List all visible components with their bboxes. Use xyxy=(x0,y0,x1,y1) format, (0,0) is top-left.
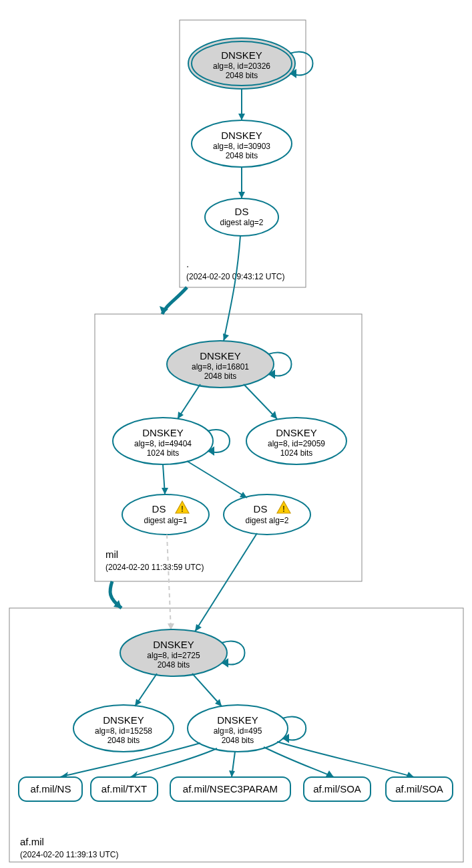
svg-marker-37 xyxy=(162,488,168,494)
node-root-ksk[interactable]: DNSKEY alg=8, id=20326 2048 bits xyxy=(188,38,295,89)
zone-mil-label: mil xyxy=(105,549,118,560)
svg-text:2048 bits: 2048 bits xyxy=(222,736,254,745)
svg-marker-16 xyxy=(223,333,229,341)
svg-text:DS: DS xyxy=(235,206,249,217)
svg-text:digest alg=2: digest alg=2 xyxy=(220,218,263,227)
svg-text:DNSKEY: DNSKEY xyxy=(153,639,194,650)
node-mil-ds2[interactable]: DS digest alg=2 ! xyxy=(224,494,310,535)
svg-text:alg=8, id=2725: alg=8, id=2725 xyxy=(147,651,200,660)
svg-text:af.mil/SOA: af.mil/SOA xyxy=(395,783,443,794)
edge-milds1-afksk xyxy=(167,535,171,630)
svg-text:af.mil/NSEC3PARAM: af.mil/NSEC3PARAM xyxy=(183,783,278,794)
svg-marker-42 xyxy=(240,492,247,498)
svg-text:alg=8, id=29059: alg=8, id=29059 xyxy=(268,439,325,448)
svg-text:DNSKEY: DNSKEY xyxy=(276,427,317,438)
edge-milzsk1-ds2 xyxy=(187,461,247,498)
zone-mil-time: (2024-02-20 11:38:59 UTC) xyxy=(105,563,204,572)
rrset-soa1[interactable]: af.mil/SOA xyxy=(304,777,371,801)
svg-marker-55 xyxy=(135,699,142,706)
svg-text:digest alg=1: digest alg=1 xyxy=(144,516,187,525)
zone-root-label: . xyxy=(186,258,189,269)
svg-text:2048 bits: 2048 bits xyxy=(226,71,258,80)
svg-text:af.mil/SOA: af.mil/SOA xyxy=(313,783,361,794)
edge-afzsk2-soa1 xyxy=(264,747,334,777)
svg-text:!: ! xyxy=(181,504,184,514)
rrset-txt[interactable]: af.mil/TXT xyxy=(91,777,158,801)
edge-milksk-zsk2 xyxy=(244,384,277,419)
rrset-nsec3param[interactable]: af.mil/NSEC3PARAM xyxy=(170,777,290,801)
svg-text:alg=8, id=49404: alg=8, id=49404 xyxy=(134,439,192,448)
svg-text:alg=8, id=30903: alg=8, id=30903 xyxy=(213,142,270,151)
svg-text:DNSKEY: DNSKEY xyxy=(142,427,184,438)
svg-text:alg=8, id=20326: alg=8, id=20326 xyxy=(213,61,270,71)
zone-afmil-time: (2024-02-20 11:39:13 UTC) xyxy=(20,850,118,859)
node-mil-zsk1[interactable]: DNSKEY alg=8, id=49404 1024 bits xyxy=(113,418,213,464)
edge-afzsk2-soa2 xyxy=(277,742,414,777)
edge-afzsk2-txt xyxy=(130,748,217,777)
svg-text:af.mil/NS: af.mil/NS xyxy=(31,783,71,794)
svg-text:2048 bits: 2048 bits xyxy=(158,660,190,670)
svg-text:1024 bits: 1024 bits xyxy=(147,448,180,458)
svg-text:alg=8, id=15258: alg=8, id=15258 xyxy=(95,726,152,736)
svg-text:2048 bits: 2048 bits xyxy=(107,736,140,745)
svg-text:DNSKEY: DNSKEY xyxy=(221,49,262,61)
svg-marker-74 xyxy=(229,770,235,777)
svg-text:af.mil/TXT: af.mil/TXT xyxy=(101,783,147,794)
svg-text:DS: DS xyxy=(152,503,166,515)
svg-text:1024 bits: 1024 bits xyxy=(280,448,313,458)
node-root-ds[interactable]: DS digest alg=2 xyxy=(205,198,278,236)
svg-text:DNSKEY: DNSKEY xyxy=(221,130,262,141)
svg-point-11 xyxy=(205,198,278,236)
zone-afmil-label: af.mil xyxy=(20,836,44,847)
svg-text:2048 bits: 2048 bits xyxy=(204,372,237,381)
edge-milds2-afksk xyxy=(195,533,257,631)
svg-marker-73 xyxy=(130,771,138,777)
svg-point-38 xyxy=(224,494,310,535)
svg-text:DNSKEY: DNSKEY xyxy=(103,714,144,726)
svg-text:alg=8, id=16801: alg=8, id=16801 xyxy=(192,362,249,372)
rrset-ns[interactable]: af.mil/NS xyxy=(19,777,82,801)
svg-text:DNSKEY: DNSKEY xyxy=(200,350,241,361)
edge-rootds-milksk xyxy=(224,236,240,341)
svg-marker-10 xyxy=(238,114,245,120)
node-mil-ds1[interactable]: DS digest alg=1 ! xyxy=(122,494,209,535)
svg-text:!: ! xyxy=(282,504,285,514)
node-af-zsk1[interactable]: DNSKEY alg=8, id=15258 2048 bits xyxy=(73,705,174,752)
node-mil-zsk2[interactable]: DNSKEY alg=8, id=29059 1024 bits xyxy=(246,418,346,464)
svg-text:2048 bits: 2048 bits xyxy=(226,151,258,160)
node-af-ksk[interactable]: DNSKEY alg=8, id=2725 2048 bits xyxy=(120,629,227,676)
svg-text:digest alg=2: digest alg=2 xyxy=(245,516,288,525)
svg-marker-26 xyxy=(178,412,184,419)
node-mil-ksk[interactable]: DNSKEY alg=8, id=16801 2048 bits xyxy=(167,341,274,388)
svg-text:DNSKEY: DNSKEY xyxy=(217,714,258,726)
svg-text:DS: DS xyxy=(254,503,268,515)
rrset-soa2[interactable]: af.mil/SOA xyxy=(386,777,453,801)
svg-text:alg=8, id=495: alg=8, id=495 xyxy=(214,726,262,736)
node-root-zsk[interactable]: DNSKEY alg=8, id=30903 2048 bits xyxy=(192,120,292,167)
svg-marker-14 xyxy=(238,192,245,198)
node-af-zsk2[interactable]: DNSKEY alg=8, id=495 2048 bits xyxy=(188,705,288,752)
svg-point-33 xyxy=(122,494,209,535)
